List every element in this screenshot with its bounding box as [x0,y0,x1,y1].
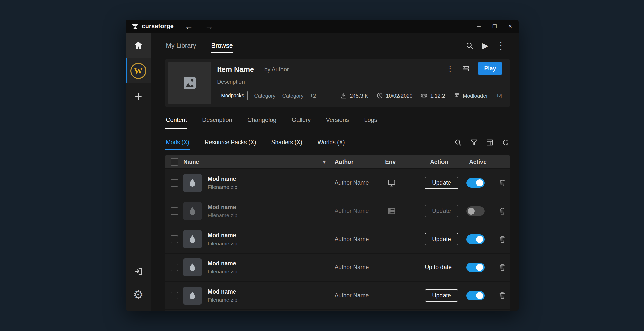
update-button[interactable]: Update [425,205,458,217]
minimize-button[interactable]: – [477,23,481,29]
tab-versions[interactable]: Versions [325,111,349,129]
more-options-button[interactable]: ⋮ [496,41,506,51]
tab-content[interactable]: Content [165,111,187,129]
mod-author: Author Name [335,292,369,299]
select-all-checkbox[interactable] [171,158,178,166]
mod-filename: Filename.zip [208,297,237,303]
settings-button[interactable]: ⚙ [133,289,144,300]
sort-caret-icon[interactable]: ▾ [323,159,326,165]
type-badge[interactable]: Modpacks [218,91,248,100]
active-toggle[interactable] [466,178,485,188]
column-header-author[interactable]: Author [335,159,385,165]
funnel-icon [470,139,478,146]
item-more-options-button[interactable]: ⋮ [446,65,454,73]
delete-button[interactable] [499,207,506,215]
row-checkbox[interactable] [171,292,178,299]
tab-changelog[interactable]: Changelog [247,111,277,129]
item-meta-row: Modpacks Category Category +2 245.3 [217,87,503,104]
gamepad-icon [421,92,427,99]
content-tabs: ContentDescriptionChangelogGalleryVersio… [151,107,519,129]
play-button[interactable]: Play [478,62,502,75]
row-checkbox[interactable] [171,235,178,243]
window-controls: – □ × [477,23,512,29]
row-checkbox[interactable] [171,207,178,215]
nav-tab-browse[interactable]: Browse [211,33,233,59]
play-button-nav[interactable]: ▶ [480,41,490,51]
item-profile-button[interactable] [462,65,470,72]
active-toggle[interactable] [466,206,485,216]
item-title: Item Name [217,65,254,74]
tab-gallery[interactable]: Gallery [291,111,311,129]
selected-game-indicator [126,58,127,83]
close-button[interactable]: × [508,23,512,29]
import-button[interactable] [133,266,144,277]
mod-name: Mod name [208,260,237,267]
column-header-action[interactable]: Action [425,159,466,165]
refresh-button[interactable] [502,138,510,147]
sidebar-home-button[interactable] [126,33,151,58]
maximize-button[interactable]: □ [493,23,497,29]
update-button[interactable]: Update [425,289,458,302]
item-thumbnail [168,62,211,104]
update-button[interactable]: Update [425,233,458,245]
search-button[interactable] [465,41,474,51]
clock-icon [376,92,383,99]
grid-view-button[interactable] [486,138,494,147]
filter-tab-shaders-x[interactable]: Shaders (X) [271,139,303,146]
modloader-anvil-icon [453,92,460,99]
mod-name: Mod name [208,176,237,182]
active-toggle[interactable] [466,263,485,272]
table-tools [454,138,510,147]
history-nav: ← → [185,22,213,30]
trash-icon [499,292,506,300]
item-description: Description [217,79,503,85]
item-author: by Author [264,66,289,73]
column-header-name[interactable]: Name [183,159,199,165]
home-icon [133,40,143,51]
app-name: curseforge [142,23,174,30]
active-toggle[interactable] [466,291,485,300]
main-content: My LibraryBrowse ▶ ⋮ [151,33,519,311]
sidebar-add-game-button[interactable]: + [126,83,151,109]
update-button[interactable]: Update [425,177,458,189]
up-to-date-label: Up to date [425,264,452,271]
column-header-env[interactable]: Env [385,159,425,165]
mods-table: Name ▾ Author Env Action Active [165,155,510,311]
modloader-meta: Modloader [453,92,488,99]
mod-thumbnail [183,174,202,192]
row-checkbox[interactable] [171,264,178,271]
filter-tab-mods-x[interactable]: Mods (X) [165,139,190,146]
sidebar-game-wow[interactable]: W [126,58,151,83]
back-arrow-icon[interactable]: ← [185,22,193,30]
downloads-meta: 245.3 K [340,92,368,99]
updated-meta: 10/02/2020 [376,92,412,99]
titlebar: curseforge ← → – □ × [126,20,519,33]
droplet-icon [187,262,197,272]
table-search-button[interactable] [454,138,462,147]
forward-arrow-icon: → [205,22,213,30]
table-row: Mod name Filename.zip Author Name Update [165,225,510,253]
nav-tab-my-library[interactable]: My Library [165,33,197,59]
client-env-icon [387,179,396,187]
delete-button[interactable] [499,179,506,187]
row-checkbox[interactable] [171,179,178,187]
column-header-active[interactable]: Active [466,159,499,165]
table-row: Mod name Filename.zip Author Name Update [165,197,510,225]
import-icon [134,267,143,276]
mod-name: Mod name [208,288,237,295]
mod-thumbnail [183,230,202,248]
tab-logs[interactable]: Logs [364,111,378,129]
delete-button[interactable] [499,292,506,300]
curseforge-logo: curseforge [131,23,174,30]
droplet-icon [187,178,197,188]
filter-tab-worlds-x[interactable]: Worlds (X) [317,139,345,146]
tab-description[interactable]: Description [202,111,233,129]
divider [259,65,259,74]
mod-thumbnail [183,258,202,276]
delete-button[interactable] [499,263,506,271]
filter-button[interactable] [470,138,478,147]
search-icon [454,139,462,146]
active-toggle[interactable] [466,234,485,244]
delete-button[interactable] [499,235,506,243]
filter-tab-resource-packs-x[interactable]: Resource Packs (X) [204,139,257,146]
